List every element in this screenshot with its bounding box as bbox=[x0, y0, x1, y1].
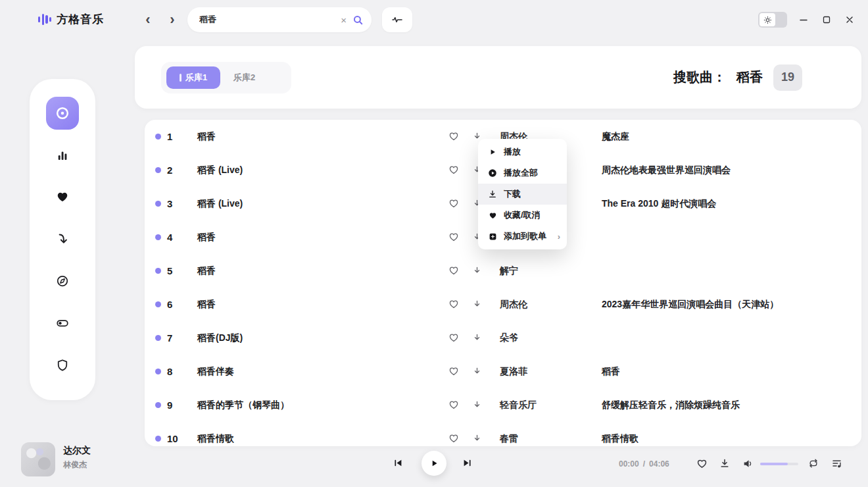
volume-icon-button[interactable] bbox=[742, 458, 754, 469]
window-close-button[interactable] bbox=[842, 13, 857, 27]
library-header-card: 乐库1 乐库2 搜歌曲： 稻香 19 bbox=[135, 46, 861, 109]
menu-item-play-all-label: 播放全部 bbox=[504, 167, 538, 179]
favorite-heart-icon[interactable] bbox=[448, 265, 459, 276]
sidebar bbox=[30, 79, 95, 400]
search-result-summary: 搜歌曲： 稻香 19 bbox=[673, 46, 802, 109]
time-current: 00:00 bbox=[619, 459, 639, 469]
song-artist: 解宁 bbox=[500, 254, 518, 288]
sidebar-item-favorites[interactable] bbox=[56, 190, 69, 203]
favorite-heart-icon[interactable] bbox=[448, 198, 459, 209]
theme-toggle[interactable] bbox=[758, 12, 787, 28]
row-dot bbox=[155, 167, 161, 173]
song-index: 5 bbox=[167, 254, 185, 288]
previous-track-button[interactable] bbox=[393, 458, 403, 468]
menu-item-play-all[interactable]: 播放全部 bbox=[478, 163, 567, 184]
now-playing-album-art[interactable] bbox=[21, 442, 55, 476]
favorite-heart-icon[interactable] bbox=[448, 332, 459, 343]
volume-slider[interactable] bbox=[760, 463, 798, 465]
menu-item-play[interactable]: 播放 bbox=[478, 141, 567, 163]
song-index: 9 bbox=[167, 388, 185, 422]
song-album: 舒缓解压轻音乐，消除烦躁纯音乐 bbox=[602, 388, 740, 422]
shield-icon bbox=[56, 359, 69, 372]
favorite-heart-icon[interactable] bbox=[448, 299, 459, 309]
row-dot bbox=[155, 301, 161, 307]
song-row-8[interactable]: 8 稻香伴奏 夏洛菲 稻香 bbox=[145, 355, 861, 388]
app-title: 方格音乐 bbox=[57, 12, 104, 27]
favorite-heart-icon[interactable] bbox=[448, 131, 459, 141]
favorite-heart-icon[interactable] bbox=[448, 399, 459, 410]
song-index: 4 bbox=[167, 220, 185, 254]
time-total: 04:06 bbox=[649, 459, 669, 469]
song-index: 7 bbox=[167, 321, 185, 355]
song-row-9[interactable]: 9 稻香的季节（钢琴曲） 轻音乐厅 舒缓解压轻音乐，消除烦躁纯音乐 bbox=[145, 388, 861, 422]
row-dot bbox=[155, 335, 161, 341]
sidebar-item-settings-toggle[interactable] bbox=[56, 317, 70, 330]
download-arrow-icon[interactable] bbox=[472, 332, 482, 343]
menu-item-add-to-playlist[interactable]: 添加到歌单 › bbox=[478, 226, 567, 247]
play-icon bbox=[488, 148, 497, 156]
equalizer-button[interactable] bbox=[382, 7, 412, 32]
menu-item-favorite[interactable]: 收藏/取消 bbox=[478, 205, 567, 226]
favorite-heart-icon[interactable] bbox=[448, 366, 459, 376]
row-dot bbox=[155, 201, 161, 207]
submenu-chevron-icon: › bbox=[558, 232, 560, 242]
song-context-menu: 播放 播放全部 下载 收藏/取消 添加到歌单 › bbox=[478, 139, 567, 249]
search-input[interactable] bbox=[199, 15, 337, 25]
player-bar: 达尔文 林俊杰 00:00 / 04:06 bbox=[0, 434, 868, 487]
light-mode-sun-icon bbox=[760, 13, 775, 26]
favorite-heart-icon[interactable] bbox=[448, 232, 459, 242]
menu-item-favorite-label: 收藏/取消 bbox=[504, 209, 541, 221]
play-queue-button[interactable] bbox=[831, 458, 842, 469]
search-icon[interactable] bbox=[352, 14, 364, 26]
app-window: 方格音乐 ‹ › × bbox=[0, 0, 868, 487]
tab-library-1[interactable]: 乐库1 bbox=[166, 66, 220, 89]
song-album: The Era 2010 超时代演唱会 bbox=[602, 187, 716, 220]
menu-item-download-label: 下载 bbox=[504, 188, 521, 200]
arrow-curve-down-icon bbox=[56, 232, 69, 245]
song-index: 3 bbox=[167, 187, 185, 220]
menu-item-download[interactable]: 下载 bbox=[478, 184, 567, 205]
download-arrow-icon[interactable] bbox=[472, 399, 482, 410]
song-row-7[interactable]: 7 稻香(DJ版) 朵爷 bbox=[145, 321, 861, 355]
app-logo: 方格音乐 bbox=[38, 12, 104, 27]
nav-forward-button[interactable]: › bbox=[163, 11, 181, 29]
menu-item-play-label: 播放 bbox=[504, 146, 521, 158]
waveform-icon bbox=[391, 14, 403, 25]
row-dot bbox=[155, 402, 161, 408]
download-arrow-icon[interactable] bbox=[472, 299, 482, 309]
player-download-button[interactable] bbox=[719, 458, 730, 469]
sidebar-item-security[interactable] bbox=[56, 359, 69, 372]
song-album: 周杰伦地表最强世界巡回演唱会 bbox=[602, 153, 731, 187]
sidebar-item-downloads[interactable] bbox=[56, 232, 69, 245]
clear-search-icon[interactable]: × bbox=[341, 15, 347, 25]
search-bar[interactable]: × bbox=[187, 7, 372, 32]
next-track-button[interactable] bbox=[462, 458, 472, 468]
logo-audio-bars-icon bbox=[38, 13, 51, 27]
now-playing-title: 达尔文 bbox=[63, 445, 91, 457]
download-arrow-icon[interactable] bbox=[472, 265, 482, 276]
window-maximize-button[interactable] bbox=[819, 13, 834, 27]
time-separator: / bbox=[643, 459, 645, 469]
song-artist: 轻音乐厅 bbox=[500, 388, 537, 422]
nav-back-button[interactable]: ‹ bbox=[139, 11, 157, 29]
download-icon bbox=[488, 190, 497, 199]
sidebar-item-charts[interactable] bbox=[56, 149, 69, 162]
repeat-mode-button[interactable] bbox=[808, 458, 819, 469]
download-arrow-icon[interactable] bbox=[472, 366, 482, 376]
library-tabs: 乐库1 乐库2 bbox=[161, 62, 291, 93]
now-playing-artist: 林俊杰 bbox=[63, 459, 87, 471]
tab-library-2[interactable]: 乐库2 bbox=[233, 72, 255, 84]
song-row-5[interactable]: 5 稻香 解宁 bbox=[145, 254, 861, 288]
song-title: 稻香伴奏 bbox=[197, 355, 234, 388]
favorite-heart-icon[interactable] bbox=[448, 165, 459, 175]
song-album: 魔杰座 bbox=[602, 120, 629, 153]
window-minimize-button[interactable] bbox=[796, 13, 811, 27]
row-dot bbox=[155, 268, 161, 274]
sidebar-item-music-library[interactable] bbox=[46, 97, 79, 130]
play-button[interactable] bbox=[422, 451, 446, 476]
song-title: 稻香 bbox=[197, 254, 216, 288]
song-index: 6 bbox=[167, 288, 185, 321]
song-row-6[interactable]: 6 稻香 周杰伦 2023嘉年华世界巡回演唱会曲目（天津站） bbox=[145, 288, 861, 321]
sidebar-item-discover[interactable] bbox=[56, 274, 69, 288]
player-favorite-button[interactable] bbox=[696, 458, 708, 469]
